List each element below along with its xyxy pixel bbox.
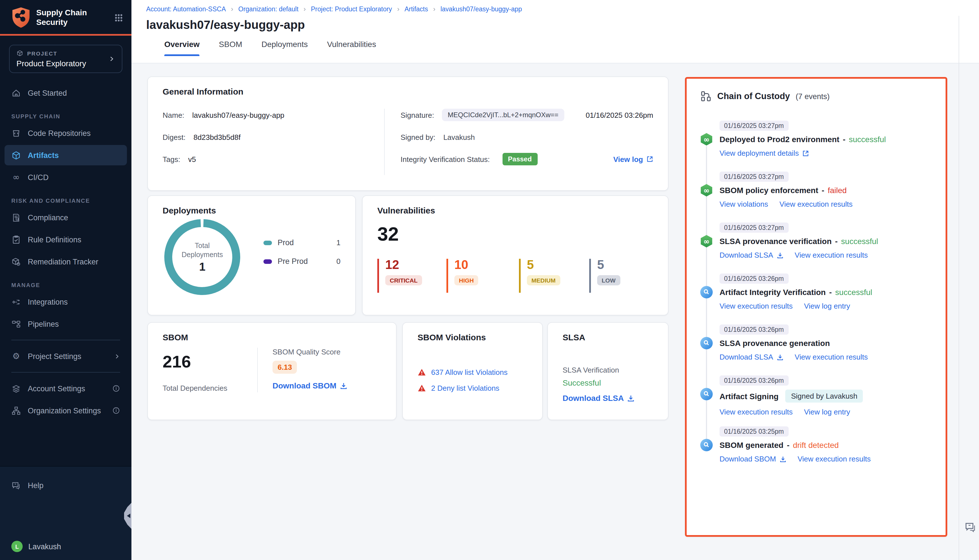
tab-vulnerabilities[interactable]: Vulnerabilities xyxy=(327,40,376,56)
breadcrumb-account[interactable]: Account: Automation-SSCA xyxy=(146,6,226,12)
download-icon xyxy=(627,394,635,402)
divider xyxy=(11,340,120,340)
event-title: SBOM generated xyxy=(720,440,784,450)
legend-swatch-preprod xyxy=(264,259,272,263)
sidebar-item-cicd[interactable]: ∞ CI/CD xyxy=(5,167,127,187)
event-separator: - xyxy=(843,135,845,144)
sidebar-item-code-repositories[interactable]: Code Repositories xyxy=(5,123,127,143)
event-timeline: ∞ 01/16/2025 03:27pm Deployed to Prod2 e… xyxy=(700,120,932,463)
download-sbom-link[interactable]: Download SBOM xyxy=(272,381,347,390)
help-chat-icon xyxy=(11,480,21,490)
event-status: successful xyxy=(835,288,872,297)
legend-item-preprod: Pre Prod 0 xyxy=(264,257,341,265)
view-violations-link[interactable]: View violations xyxy=(720,200,768,208)
event-timestamp: 01/16/2025 03:26pm xyxy=(720,375,789,386)
sidebar-item-label: CI/CD xyxy=(28,173,49,182)
signature-chip: MEQCICde2VjIT...bL+2+mqnOXw== xyxy=(442,109,564,121)
view-execution-results-link[interactable]: View execution results xyxy=(720,302,793,310)
tab-sbom[interactable]: SBOM xyxy=(219,40,242,56)
event-separator: - xyxy=(787,440,790,450)
sidebar-item-artifacts[interactable]: Artifacts xyxy=(5,145,127,165)
view-execution-results-link[interactable]: View execution results xyxy=(720,408,793,416)
cd-pipeline-icon: ∞ xyxy=(700,184,713,197)
event-title: Artifact Integrity Verification xyxy=(720,288,826,297)
avatar: L xyxy=(11,541,23,552)
severity-badge: CRITICAL xyxy=(385,275,422,285)
view-execution-results-link[interactable]: View execution results xyxy=(795,251,868,259)
page-header: Account: Automation-SSCA › Organization:… xyxy=(132,0,979,63)
sidebar-item-label: Code Repositories xyxy=(28,129,91,137)
view-log-link[interactable]: View log xyxy=(613,155,653,163)
card-title: SBOM Violations xyxy=(418,332,528,342)
download-slsa-link[interactable]: Download SLSA xyxy=(720,353,783,361)
module-grid-icon[interactable] xyxy=(114,13,124,22)
general-information-card: General Information Name:lavakush07/easy… xyxy=(147,77,668,191)
user-name: Lavakush xyxy=(28,542,61,551)
view-log-entry-link[interactable]: View log entry xyxy=(804,302,850,310)
tab-overview[interactable]: Overview xyxy=(164,40,200,56)
download-icon xyxy=(779,455,786,462)
link-label: View deployment details xyxy=(720,149,799,157)
sidebar-item-project-settings[interactable]: ⚙ Project Settings xyxy=(5,346,127,367)
view-execution-results-link[interactable]: View execution results xyxy=(780,200,853,208)
pipelines-icon xyxy=(11,319,21,329)
sidebar-item-help[interactable]: Help xyxy=(5,475,127,495)
download-slsa-link[interactable]: Download SLSA xyxy=(563,393,635,403)
deny-list-violations-link[interactable]: 2 Deny list Violations xyxy=(431,384,500,392)
breadcrumb-organization[interactable]: Organization: default xyxy=(238,6,298,12)
page-title: lavakush07/easy-buggy-app xyxy=(146,18,979,32)
event-title: SLSA provenance generation xyxy=(720,338,830,348)
sbom-total-label: Total Dependencies xyxy=(163,384,257,392)
view-deployment-details-link[interactable]: View deployment details xyxy=(720,149,809,157)
sidebar-item-label: Rule Definitions xyxy=(28,235,81,244)
vulnerabilities-total: 32 xyxy=(378,223,653,245)
right-gutter-divider xyxy=(959,16,959,560)
sidebar-section-risk-compliance: RISK AND COMPLIANCE xyxy=(11,198,120,204)
deny-list-violations-row: 2 Deny list Violations xyxy=(418,384,528,392)
project-selector-value: Product Exploratory xyxy=(17,59,115,68)
legend-value: 1 xyxy=(337,238,341,247)
cube-wrench-icon xyxy=(11,257,21,267)
shield-logo-icon xyxy=(11,7,31,28)
severity-count: 10 xyxy=(454,259,519,271)
ssca-scan-icon xyxy=(700,439,713,451)
event-timestamp: 01/16/2025 03:26pm xyxy=(720,325,789,335)
severity-badge: HIGH xyxy=(454,275,478,285)
breadcrumb-project[interactable]: Project: Product Exploratory xyxy=(311,6,392,12)
donut-center-label: Total Deployments xyxy=(177,241,228,259)
breadcrumb-current[interactable]: lavakush07/easy-buggy-app xyxy=(441,6,522,12)
project-selector[interactable]: PROJECT Product Exploratory xyxy=(9,45,122,73)
status-badge-passed: Passed xyxy=(502,153,537,165)
user-menu[interactable]: L Lavakush xyxy=(5,541,127,552)
allow-list-violations-link[interactable]: 637 Allow list Violations xyxy=(431,368,508,377)
support-chat-icon[interactable] xyxy=(964,521,977,533)
sidebar-item-pipelines[interactable]: Pipelines xyxy=(5,314,127,334)
download-slsa-link[interactable]: Download SLSA xyxy=(720,251,783,259)
view-execution-results-link[interactable]: View execution results xyxy=(797,455,870,463)
signed-by-chip: Signed by Lavakush xyxy=(785,390,863,403)
event-artifact-integrity-verification: 01/16/2025 03:26pm Artifact Integrity Ve… xyxy=(700,273,932,310)
sidebar-item-get-started[interactable]: Get Started xyxy=(5,83,127,103)
cd-pipeline-icon: ∞ xyxy=(700,133,713,145)
sidebar-item-label: Compliance xyxy=(28,213,68,222)
sidebar-item-account-settings[interactable]: Account Settings xyxy=(5,378,127,398)
severity-count: 5 xyxy=(597,259,646,271)
sidebar-item-rule-definitions[interactable]: Rule Definitions xyxy=(5,229,127,250)
sidebar-item-integrations[interactable]: Integrations xyxy=(5,292,127,312)
event-separator: - xyxy=(835,237,838,246)
integrations-icon xyxy=(11,297,21,307)
download-sbom-link[interactable]: Download SBOM xyxy=(720,455,786,463)
signature-timestamp: 01/16/2025 03:26pm xyxy=(586,111,653,119)
tags-label: Tags: xyxy=(163,155,180,163)
sbom-violations-card: SBOM Violations 637 Allow list Violation… xyxy=(402,322,543,420)
tab-deployments[interactable]: Deployments xyxy=(261,40,307,56)
view-execution-results-link[interactable]: View execution results xyxy=(795,353,868,361)
signature-label: Signature: xyxy=(401,111,434,119)
view-log-entry-link[interactable]: View log entry xyxy=(804,408,850,416)
signed-by-value: Lavakush xyxy=(443,133,475,141)
sidebar-item-organization-settings[interactable]: Organization Settings xyxy=(5,400,127,421)
sidebar-item-remediation-tracker[interactable]: Remediation Tracker xyxy=(5,252,127,272)
breadcrumb-artifacts[interactable]: Artifacts xyxy=(404,6,428,12)
sidebar-item-compliance[interactable]: Compliance xyxy=(5,207,127,228)
sidebar-item-label: Get Started xyxy=(28,88,67,97)
